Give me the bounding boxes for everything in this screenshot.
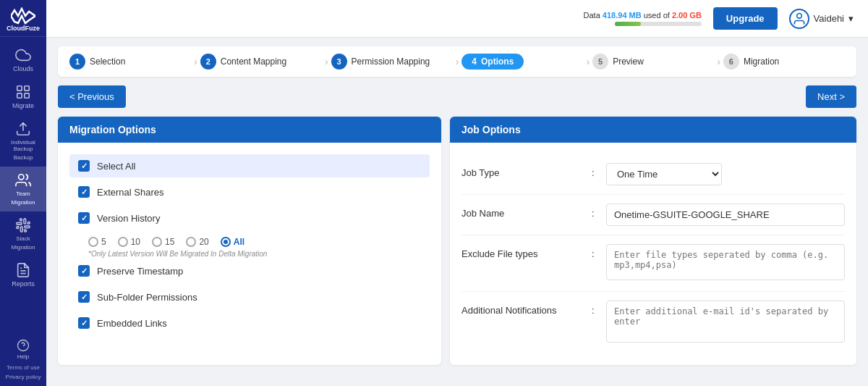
job-type-field: Job Type : One Time Delta Scheduled <box>461 154 845 195</box>
radio-10[interactable]: 10 <box>118 237 140 247</box>
step-3-label: Permission Mapping <box>352 56 430 67</box>
external-shares-checkbox[interactable] <box>78 186 90 198</box>
user-profile[interactable]: Vaidehi ▾ <box>789 9 854 29</box>
content-area: 1 Selection › 2 Content Mapping › 3 Perm… <box>46 38 868 386</box>
radio-10-circle <box>118 237 128 247</box>
migration-options-header: Migration Options <box>58 117 441 143</box>
radio-20[interactable]: 20 <box>186 237 208 247</box>
step-2[interactable]: 2 Content Mapping <box>200 54 322 70</box>
preserve-timestamp-checkbox[interactable] <box>78 265 90 277</box>
storage-text: Data 418.94 MB used of 2.00 GB <box>584 11 702 20</box>
step-4-label: Options <box>481 56 514 67</box>
select-all-option[interactable]: Select All <box>69 154 430 177</box>
sidebar-item-reports[interactable]: Reports <box>0 256 46 293</box>
version-history-checkbox[interactable] <box>78 212 90 224</box>
sidebar-item-label: Reports <box>12 280 35 288</box>
radio-5[interactable]: 5 <box>88 237 106 247</box>
step-6[interactable]: 6 Migration <box>723 54 845 70</box>
sidebar-item-label: Migrate <box>12 102 34 109</box>
step-5-circle: 5 <box>592 54 608 70</box>
radio-group: 5 10 15 20 <box>88 237 430 247</box>
sidebar-item-help[interactable]: Help <box>0 336 46 363</box>
subfolder-permissions-option[interactable]: Sub-Folder Permissions <box>69 285 430 309</box>
job-options-header: Job Options <box>450 117 856 143</box>
sidebar-nav: Clouds Migrate Individual Backup Backup … <box>0 37 46 336</box>
sidebar-item-slack[interactable]: Slack Migration <box>0 211 46 256</box>
sidebar-item-clouds[interactable]: Clouds <box>0 41 46 78</box>
step-4-pill: 4 Options <box>461 54 524 70</box>
sidebar-item-migrate[interactable]: Migrate <box>0 78 46 115</box>
chevron-down-icon: ▾ <box>848 13 854 24</box>
external-shares-label: External Shares <box>97 187 164 198</box>
step-arrow-5: › <box>717 56 720 67</box>
step-5[interactable]: 5 Preview <box>592 54 714 70</box>
step-arrow-4: › <box>586 56 590 67</box>
subfolder-permissions-label: Sub-Folder Permissions <box>97 292 197 303</box>
panels-row: Migration Options Select All External Sh… <box>58 117 856 365</box>
terms-label[interactable]: Terms of use <box>5 363 41 372</box>
storage-separator: used of <box>644 11 670 20</box>
step-2-circle: 2 <box>200 54 216 70</box>
additional-notifications-colon: : <box>592 301 606 316</box>
version-note: *Only Latest Version Will Be Migrated In… <box>88 250 430 258</box>
radio-15[interactable]: 15 <box>152 237 174 247</box>
step-4[interactable]: 4 Options <box>461 54 583 70</box>
step-arrow-3: › <box>456 56 459 67</box>
sidebar-item-backup[interactable]: Individual Backup Backup <box>0 115 46 167</box>
avatar <box>789 9 809 29</box>
embedded-links-option[interactable]: Embedded Links <box>69 311 430 335</box>
step-1[interactable]: 1 Selection <box>69 54 191 70</box>
embedded-links-checkbox[interactable] <box>78 317 90 329</box>
team-icon <box>15 172 31 188</box>
step-3[interactable]: 3 Permission Mapping <box>331 54 453 70</box>
job-options-panel: Job Options Job Type : One Time Delta Sc… <box>450 117 856 365</box>
job-name-colon: : <box>592 204 606 219</box>
step-2-label: Content Mapping <box>221 56 286 67</box>
logo-icon <box>11 7 35 25</box>
radio-all-label: All <box>234 237 244 247</box>
version-sub-options: 5 10 15 20 <box>88 232 430 259</box>
step-1-circle: 1 <box>69 54 85 70</box>
backup-icon <box>15 121 31 137</box>
preserve-timestamp-option[interactable]: Preserve Timestamp <box>69 259 430 282</box>
user-icon <box>792 12 807 26</box>
additional-notifications-input[interactable] <box>606 301 845 343</box>
sidebar-item-label: Team <box>16 190 30 197</box>
radio-10-label: 10 <box>131 237 140 247</box>
upgrade-button[interactable]: Upgrade <box>713 7 778 30</box>
storage-info: Data 418.94 MB used of 2.00 GB <box>584 11 702 26</box>
select-all-checkbox[interactable] <box>78 160 90 172</box>
migration-options-panel: Migration Options Select All External Sh… <box>58 117 441 365</box>
embedded-links-label: Embedded Links <box>97 318 167 329</box>
sidebar-item-team-migration[interactable]: Team Migration <box>0 167 46 211</box>
step-4-number: 4 <box>472 56 477 67</box>
job-name-input[interactable] <box>606 204 845 226</box>
storage-fill <box>615 22 641 26</box>
sidebar-footer: Help Terms of use Privacy policy <box>0 336 46 386</box>
svg-rect-0 <box>17 86 22 91</box>
version-history-option[interactable]: Version History <box>69 206 430 230</box>
main-content: Data 418.94 MB used of 2.00 GB Upgrade V… <box>46 0 868 386</box>
exclude-file-types-input[interactable] <box>606 244 845 280</box>
svg-rect-1 <box>25 86 29 91</box>
reports-icon <box>15 262 31 278</box>
privacy-label[interactable]: Privacy policy <box>4 372 43 382</box>
next-button[interactable]: Next > <box>806 85 856 108</box>
sidebar-item-sublabel: Migration <box>12 199 35 206</box>
step-3-circle: 3 <box>331 54 347 70</box>
radio-15-circle <box>152 237 162 247</box>
job-type-select[interactable]: One Time Delta Scheduled <box>606 163 722 185</box>
additional-notifications-field: Additional Notifications : <box>461 292 845 353</box>
storage-label: Data <box>584 11 600 20</box>
external-shares-option[interactable]: External Shares <box>69 180 430 204</box>
job-type-value: One Time Delta Scheduled <box>606 163 845 185</box>
step-arrow-1: › <box>194 56 197 67</box>
previous-button[interactable]: < Previous <box>58 85 126 108</box>
sidebar: CloudFuze Clouds Migrate Individual Back… <box>0 0 46 386</box>
sidebar-item-label: Individual Backup <box>3 139 43 152</box>
clouds-icon <box>15 47 31 63</box>
radio-all[interactable]: All <box>221 237 244 247</box>
subfolder-permissions-checkbox[interactable] <box>78 291 90 303</box>
step-5-label: Preview <box>613 56 644 67</box>
help-label: Help <box>17 353 29 360</box>
